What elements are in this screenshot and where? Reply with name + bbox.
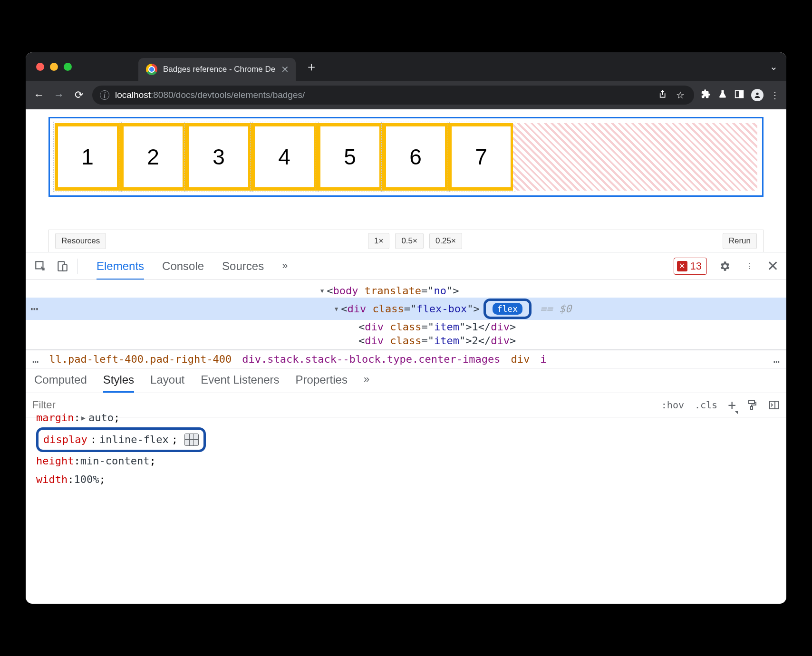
labs-icon[interactable] [718, 89, 727, 102]
device-toggle-icon[interactable] [55, 259, 69, 273]
crumb-segment[interactable]: div [511, 353, 530, 365]
svg-rect-8 [770, 401, 778, 409]
svg-rect-6 [749, 401, 754, 404]
dom-node-flexbox[interactable]: ▼ <div class="flex-box"> flex == $0 [26, 298, 786, 320]
crumb-overflow-right[interactable]: … [773, 353, 780, 365]
flex-item: 2 [120, 123, 186, 191]
close-icon[interactable] [36, 63, 44, 71]
window-controls [36, 63, 72, 71]
css-declaration[interactable]: width: 100%; [36, 471, 776, 489]
flex-item: 5 [317, 123, 383, 191]
flex-item: 3 [186, 123, 251, 191]
dom-node-body[interactable]: ▼ <body translate="no"> [26, 284, 786, 298]
highlight-ring: display: inline-flex; [36, 427, 206, 453]
url-input[interactable]: i localhost:8080/docs/devtools/elements/… [92, 86, 694, 105]
new-rule-icon[interactable]: + [728, 397, 736, 413]
svg-point-2 [756, 93, 758, 95]
crumb-overflow-left[interactable]: … [32, 353, 39, 365]
error-icon: ✕ [677, 261, 687, 271]
css-declaration[interactable]: display: inline-flex; [36, 427, 776, 453]
address-bar: ← → ⟳ i localhost:8080/docs/devtools/ele… [26, 81, 786, 109]
flex-container-preview: 1 2 3 4 5 6 7 [48, 117, 764, 197]
expand-icon[interactable]: ▼ [335, 306, 338, 312]
maximize-icon[interactable] [64, 63, 72, 71]
tab-bar: Badges reference - Chrome De ✕ ＋ ⌄ [26, 52, 786, 81]
extensions-icon[interactable] [701, 89, 711, 102]
close-devtools-icon[interactable]: ✕ [767, 258, 779, 274]
zoom-05x-button[interactable]: 0.5× [395, 233, 424, 249]
tab-elements[interactable]: Elements [97, 260, 144, 280]
tab-sources[interactable]: Sources [222, 260, 264, 273]
more-tabs-icon[interactable]: » [282, 260, 288, 273]
flex-badge[interactable]: flex [493, 303, 522, 315]
settings-icon[interactable] [717, 259, 732, 273]
zoom-1x-button[interactable]: 1× [368, 233, 389, 249]
flex-item: 7 [448, 123, 514, 191]
css-declaration[interactable]: height: min-content; [36, 452, 776, 471]
more-subtabs-icon[interactable]: » [364, 373, 369, 393]
dom-tree: ▼ <body translate="no"> ▼ <div class="fl… [26, 280, 786, 350]
profile-icon[interactable] [751, 89, 764, 101]
devtools-toolbar: Elements Console Sources » ✕13 ⋮ ✕ [26, 252, 786, 280]
zoom-025x-button[interactable]: 0.25× [429, 233, 462, 249]
svg-rect-5 [63, 264, 67, 270]
close-tab-icon[interactable]: ✕ [281, 64, 289, 75]
tab-computed[interactable]: Computed [34, 373, 87, 393]
dom-node-item[interactable]: <div class="item">1</div> [26, 320, 786, 334]
css-declaration[interactable]: margin: ▸ auto; [36, 409, 776, 427]
flex-item: 4 [251, 123, 317, 191]
tab-console[interactable]: Console [162, 260, 204, 273]
share-icon[interactable] [657, 89, 667, 101]
css-rules[interactable]: margin: ▸ auto; display: inline-flex; he… [26, 417, 786, 498]
tab-event-listeners[interactable]: Event Listeners [201, 373, 279, 393]
crumb-segment[interactable]: ll.pad-left-400.pad-right-400 [49, 353, 232, 365]
styles-subtabs: Computed Styles Layout Event Listeners P… [26, 368, 786, 393]
selected-marker: == $0 [540, 303, 571, 315]
menu-icon[interactable]: ⋮ [770, 89, 780, 101]
embed-toolbar: Resources 1× 0.5× 0.25× Rerun [48, 230, 764, 252]
url-text: localhost:8080/docs/devtools/elements/ba… [115, 90, 305, 100]
tab-title: Badges reference - Chrome De [163, 65, 275, 74]
forward-icon[interactable]: → [52, 89, 66, 101]
kebab-menu-icon[interactable]: ⋮ [742, 259, 756, 273]
tabs-menu-icon[interactable]: ⌄ [770, 61, 778, 72]
dom-breadcrumb[interactable]: … ll.pad-left-400.pad-right-400 div.stac… [26, 350, 786, 368]
panel-icon[interactable] [734, 89, 744, 102]
site-info-icon[interactable]: i [100, 90, 109, 100]
flex-item: 1 [55, 123, 120, 191]
minimize-icon[interactable] [50, 63, 58, 71]
tab-layout[interactable]: Layout [150, 373, 184, 393]
tab-properties[interactable]: Properties [296, 373, 348, 393]
chrome-icon [146, 64, 157, 75]
dom-node-item[interactable]: <div class="item">2</div> [26, 334, 786, 350]
devtools-tabs: Elements Console Sources » [97, 260, 288, 273]
flex-editor-icon[interactable] [184, 434, 199, 446]
badge-highlight: flex [483, 299, 532, 319]
new-tab-button[interactable]: ＋ [305, 58, 318, 75]
resources-button[interactable]: Resources [55, 233, 106, 249]
back-icon[interactable]: ← [32, 89, 46, 101]
flex-item: 6 [383, 123, 448, 191]
browser-tab[interactable]: Badges reference - Chrome De ✕ [138, 58, 296, 81]
crumb-segment[interactable]: i [540, 353, 546, 365]
browser-window: Badges reference - Chrome De ✕ ＋ ⌄ ← → ⟳… [26, 52, 786, 604]
crumb-segment[interactable]: div.stack.stack--block.type.center-image… [242, 353, 500, 365]
svg-rect-1 [739, 90, 743, 97]
bookmark-icon[interactable]: ☆ [676, 89, 685, 101]
tab-styles[interactable]: Styles [103, 373, 134, 393]
page-content: 1 2 3 4 5 6 7 Resources 1× 0.5× 0.25× Re… [26, 109, 786, 252]
error-count-badge[interactable]: ✕13 [674, 258, 707, 275]
inspect-icon[interactable] [33, 259, 48, 273]
rerun-button[interactable]: Rerun [723, 233, 757, 249]
reload-icon[interactable]: ⟳ [72, 89, 86, 101]
expand-icon[interactable]: ▼ [320, 288, 324, 294]
